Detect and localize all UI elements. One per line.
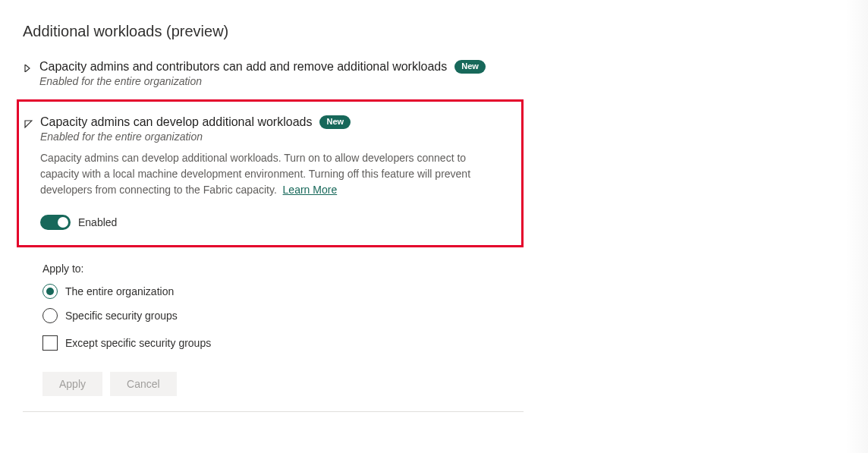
button-row: Apply Cancel xyxy=(42,372,524,396)
radio-entire-org[interactable]: The entire organization xyxy=(42,284,524,299)
radio-selected-icon xyxy=(42,284,58,299)
checkbox-unchecked-icon xyxy=(42,335,58,351)
setting-content: Capacity admins and contributors can add… xyxy=(39,60,524,87)
expand-collapsed-icon[interactable] xyxy=(23,64,32,73)
setting-capacity-develop: Capacity admins can develop additional w… xyxy=(24,112,505,230)
enabled-toggle[interactable] xyxy=(40,215,71,230)
radio-label: Specific security groups xyxy=(65,310,178,322)
checkbox-label: Except specific security groups xyxy=(65,337,211,349)
setting-capacity-add-remove: Capacity admins and contributors can add… xyxy=(23,57,524,95)
settings-section: Additional workloads (preview) Capacity … xyxy=(0,0,546,412)
except-checkbox-row[interactable]: Except specific security groups xyxy=(42,335,524,351)
apply-to-label: Apply to: xyxy=(42,263,524,275)
toggle-row: Enabled xyxy=(40,215,505,230)
setting-description: Capacity admins can develop additional w… xyxy=(40,150,505,198)
setting-title[interactable]: Capacity admins and contributors can add… xyxy=(39,60,447,74)
setting-content: Capacity admins can develop additional w… xyxy=(40,115,505,230)
divider xyxy=(23,411,524,412)
setting-title-line: Capacity admins can develop additional w… xyxy=(40,115,505,129)
expand-expanded-icon[interactable] xyxy=(24,119,33,128)
highlighted-setting: Capacity admins can develop additional w… xyxy=(17,99,524,247)
setting-title-line: Capacity admins and contributors can add… xyxy=(39,60,524,74)
new-badge: New xyxy=(454,60,486,73)
radio-unselected-icon xyxy=(42,308,58,323)
description-text: Capacity admins can develop additional w… xyxy=(40,152,470,196)
toggle-label: Enabled xyxy=(78,216,117,228)
toggle-knob xyxy=(58,217,68,228)
radio-specific-groups[interactable]: Specific security groups xyxy=(42,308,524,323)
cancel-button[interactable]: Cancel xyxy=(110,372,177,396)
apply-button[interactable]: Apply xyxy=(42,372,102,396)
right-edge-shadow xyxy=(845,0,868,453)
apply-to-section: Apply to: The entire organization Specif… xyxy=(42,263,524,396)
setting-subtitle: Enabled for the entire organization xyxy=(40,131,505,143)
setting-title[interactable]: Capacity admins can develop additional w… xyxy=(40,115,312,129)
new-badge: New xyxy=(319,115,351,128)
radio-label: The entire organization xyxy=(65,285,174,297)
section-title: Additional workloads (preview) xyxy=(23,23,524,40)
setting-subtitle: Enabled for the entire organization xyxy=(39,75,524,87)
learn-more-link[interactable]: Learn More xyxy=(283,184,338,196)
